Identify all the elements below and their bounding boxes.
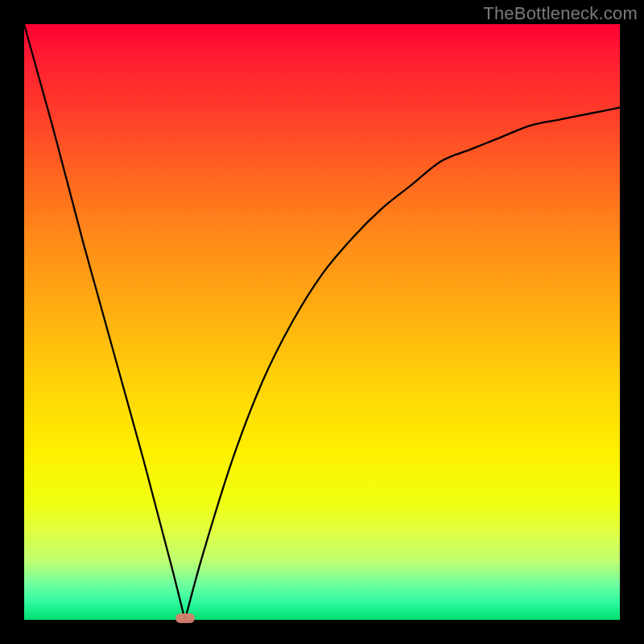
plot-area bbox=[24, 24, 620, 620]
chart-frame: TheBottleneck.com bbox=[0, 0, 644, 644]
watermark-text: TheBottleneck.com bbox=[483, 3, 638, 24]
minimum-marker bbox=[175, 613, 195, 623]
bottleneck-curve-path bbox=[24, 24, 620, 620]
curve-svg bbox=[24, 24, 620, 620]
